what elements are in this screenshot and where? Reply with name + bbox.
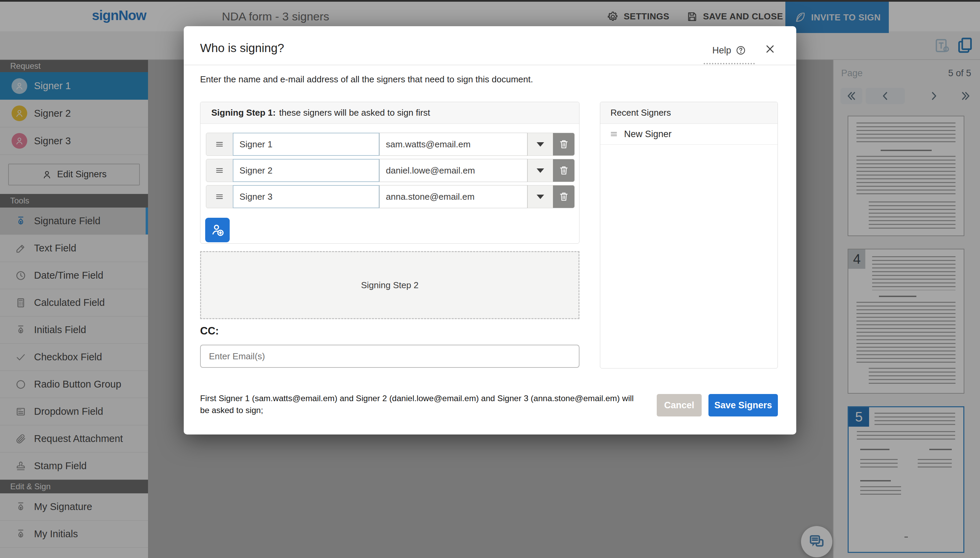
modal-intro-text: Enter the name and e-mail address of all… xyxy=(200,74,533,85)
who-is-signing-modal: Who is signing? Help Enter the name and … xyxy=(184,26,796,435)
signer3-name-input[interactable] xyxy=(233,185,379,208)
drag-handle[interactable] xyxy=(206,185,233,208)
caret-down-icon xyxy=(537,195,544,199)
signer1-email-input[interactable] xyxy=(379,133,527,156)
signer2-delete-button[interactable] xyxy=(553,159,575,182)
signing-order-note: First Signer 1 (sam.watts@email.em) and … xyxy=(200,392,642,416)
signnow-editor: signNow NDA form - 3 signers SETTINGS SA… xyxy=(0,0,980,558)
save-signers-button[interactable]: Save Signers xyxy=(708,394,778,417)
cc-email-input[interactable] xyxy=(200,345,579,368)
drag-handle[interactable] xyxy=(206,133,233,156)
cc-label: CC: xyxy=(200,325,219,337)
signer-row-1 xyxy=(206,133,575,156)
cancel-button[interactable]: Cancel xyxy=(657,394,702,417)
trash-icon xyxy=(558,139,569,150)
signing-step-1-header: Signing Step 1: these signers will be as… xyxy=(200,102,579,124)
signing-step-1-label: Signing Step 1: xyxy=(211,108,276,118)
person-plus-icon xyxy=(210,223,225,238)
modal-header-divider xyxy=(184,65,796,65)
signer2-email-input[interactable] xyxy=(379,159,527,182)
help-circle-icon xyxy=(735,45,746,56)
close-modal-button[interactable] xyxy=(764,43,778,57)
signer1-email-dropdown-button[interactable] xyxy=(527,133,553,156)
signer1-delete-button[interactable] xyxy=(553,133,575,156)
recent-signer-item[interactable]: New Signer xyxy=(600,124,778,144)
recent-signers-header: Recent Signers xyxy=(600,102,778,124)
modal-title: Who is signing? xyxy=(200,41,284,55)
signing-step-1-hint: these signers will be asked to sign firs… xyxy=(279,108,430,118)
close-icon xyxy=(764,43,776,55)
signer3-delete-button[interactable] xyxy=(553,185,575,208)
add-signer-button[interactable] xyxy=(205,218,230,242)
drag-handle-icon xyxy=(214,166,225,175)
drag-handle-icon xyxy=(609,130,619,138)
drag-handle[interactable] xyxy=(206,159,233,182)
drag-handle-icon xyxy=(214,140,225,149)
drag-handle-icon xyxy=(214,192,225,201)
signer1-name-input[interactable] xyxy=(233,133,379,156)
signing-step-1-box: Signing Step 1: these signers will be as… xyxy=(200,102,579,244)
caret-down-icon xyxy=(537,168,544,173)
signer3-email-dropdown-button[interactable] xyxy=(527,185,553,208)
caret-down-icon xyxy=(537,142,544,147)
signer-row-2 xyxy=(206,159,575,182)
trash-icon xyxy=(558,165,569,176)
trash-icon xyxy=(558,191,569,202)
signer-row-3 xyxy=(206,185,575,208)
help-link[interactable]: Help xyxy=(704,43,755,64)
recent-signers-panel: Recent Signers New Signer xyxy=(600,102,778,368)
signer2-name-input[interactable] xyxy=(233,159,379,182)
signing-step-2-label: Signing Step 2 xyxy=(361,280,419,290)
signing-step-2-dropzone[interactable]: Signing Step 2 xyxy=(200,251,579,319)
signer3-email-input[interactable] xyxy=(379,185,527,208)
signer2-email-dropdown-button[interactable] xyxy=(527,159,553,182)
